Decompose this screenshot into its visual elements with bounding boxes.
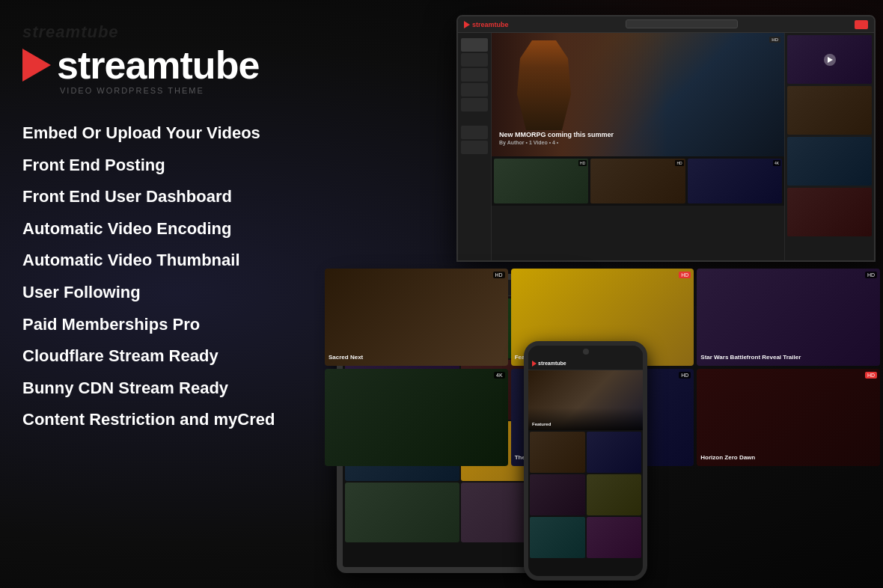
- feature-9: Bunny CDN Stream Ready: [22, 373, 307, 405]
- right-video-1: HD Sacred Next: [325, 269, 508, 366]
- features-list: Embed Or Upload Your Videos Front End Po…: [22, 117, 307, 436]
- phone-hero: Featured: [528, 370, 643, 430]
- phone-notch: [528, 346, 643, 357]
- sidebar-home: [461, 38, 488, 52]
- desktop-video-grid: HD HD 4K: [492, 156, 784, 206]
- right-video-4: 4K: [325, 369, 508, 466]
- hero-title: New MMORPG coming this summer By Author …: [499, 131, 614, 145]
- rv-title-3: Star Wars Battlefront Reveal Trailer: [700, 354, 801, 361]
- rv-info-1: Sacred Next: [329, 354, 363, 362]
- sidebar-blog: [461, 83, 488, 97]
- side-thumb-3: [787, 137, 872, 186]
- feature-3: Front End User Dashboard: [22, 181, 307, 213]
- desktop-sidebar: [458, 33, 492, 260]
- right-panel: streamtube: [314, 0, 883, 588]
- feature-4: Automatic Video Encoding: [22, 213, 307, 245]
- side-thumb-2: [787, 86, 872, 135]
- desktop-brand: streamtube: [472, 21, 509, 28]
- desktop-main-area: HD New MMORPG coming this summer By Auth…: [492, 33, 784, 260]
- hero-image: HD New MMORPG coming this summer By Auth…: [492, 33, 784, 156]
- vc-badge-3: 4K: [773, 160, 780, 166]
- rv-info-3: Star Wars Battlefront Reveal Trailer: [700, 354, 801, 362]
- phone-camera: [583, 349, 589, 355]
- video-card-1: HD: [494, 159, 588, 203]
- feature-6: User Following: [22, 277, 307, 309]
- vc-badge-1: HD: [578, 160, 587, 166]
- phone-card-2: [587, 432, 642, 473]
- phone-card-6: [587, 517, 642, 558]
- phone-play-icon: [532, 361, 537, 367]
- phone-hero-title: Featured: [532, 422, 551, 426]
- phone-screen: streamtube Featured: [528, 357, 643, 576]
- side-thumb-4: [787, 188, 872, 236]
- phone-card-4: [587, 474, 642, 515]
- rv-badge-3: HD: [865, 272, 877, 278]
- phone-card-5: [530, 517, 585, 558]
- phone-card-3: [530, 474, 585, 515]
- logo-play-icon: [22, 49, 51, 82]
- desktop-mockup: streamtube: [456, 15, 876, 262]
- sidebar-videos: [461, 53, 488, 67]
- desktop-logo: streamtube: [464, 21, 509, 28]
- feature-7: Paid Memberships Pro: [22, 309, 307, 341]
- video-card-2: HD: [590, 159, 685, 203]
- hero-section: HD New MMORPG coming this summer By Auth…: [492, 33, 784, 156]
- desktop-search-box: [626, 19, 738, 28]
- feature-5: Automatic Video Thumbnail: [22, 245, 307, 277]
- hero-title-text: New MMORPG coming this summer: [499, 131, 614, 138]
- side-play-tri-1: [828, 57, 833, 63]
- rv-title-1: Sacred Next: [329, 354, 363, 361]
- phone-hero-overlay: [528, 408, 643, 430]
- sidebar-authors: [461, 126, 488, 139]
- sidebar-members: [461, 68, 488, 82]
- rv-badge-1: HD: [493, 272, 505, 278]
- phone-logo: streamtube: [532, 361, 566, 367]
- rv-badge-2: HD: [679, 272, 691, 278]
- hero-sub: By Author • 1 Video • 4 •: [499, 140, 614, 145]
- phone-mockup: streamtube Featured: [524, 341, 647, 581]
- rv-badge-6: HD: [865, 372, 877, 379]
- logo-area: streamtube streamtube VIDEO WORDPRESS TH…: [22, 22, 307, 95]
- logo-main: streamtube: [22, 46, 307, 85]
- rv-badge-4: 4K: [494, 372, 505, 379]
- desktop-sidebar-right: [784, 33, 874, 260]
- side-thumb-1: [787, 35, 872, 84]
- logo-watermark: streamtube: [22, 22, 307, 42]
- vc-badge-2: HD: [675, 160, 683, 166]
- right-video-3: HD Star Wars Battlefront Reveal Trailer: [697, 269, 880, 366]
- phone-grid: [528, 430, 643, 560]
- hero-badge: HD: [769, 37, 780, 43]
- phone-brand-name: streamtube: [538, 361, 566, 366]
- feature-10: Content Restriction and myCred: [22, 404, 307, 436]
- desktop-search-area: [513, 18, 851, 31]
- rv-info-6: Horizon Zero Dawn: [700, 454, 755, 462]
- video-card-3: 4K: [688, 159, 782, 203]
- brand-name: streamtube: [57, 46, 259, 85]
- phone-card-1: [530, 432, 585, 473]
- desktop-btn: [855, 20, 868, 29]
- right-video-6: HD Horizon Zero Dawn: [697, 369, 880, 466]
- phone-bar: streamtube: [528, 357, 643, 370]
- logo-tagline: VIDEO WORDPRESS THEME: [22, 86, 307, 95]
- sidebar-author1: [461, 141, 488, 154]
- sidebar-users: [461, 98, 488, 111]
- rv-title-6: Horizon Zero Dawn: [700, 454, 755, 461]
- warrior-figure: [514, 40, 574, 130]
- rv-badge-5: HD: [679, 372, 691, 379]
- side-play-1: [824, 54, 836, 66]
- left-panel: streamtube streamtube VIDEO WORDPRESS TH…: [0, 0, 322, 588]
- feature-8: Cloudflare Stream Ready: [22, 340, 307, 373]
- feature-1: Embed Or Upload Your Videos: [22, 117, 307, 150]
- desktop-content: HD New MMORPG coming this summer By Auth…: [458, 33, 874, 260]
- desktop-topbar: streamtube: [458, 16, 874, 33]
- desktop-play-icon: [464, 21, 470, 28]
- feature-2: Front End Posting: [22, 150, 307, 182]
